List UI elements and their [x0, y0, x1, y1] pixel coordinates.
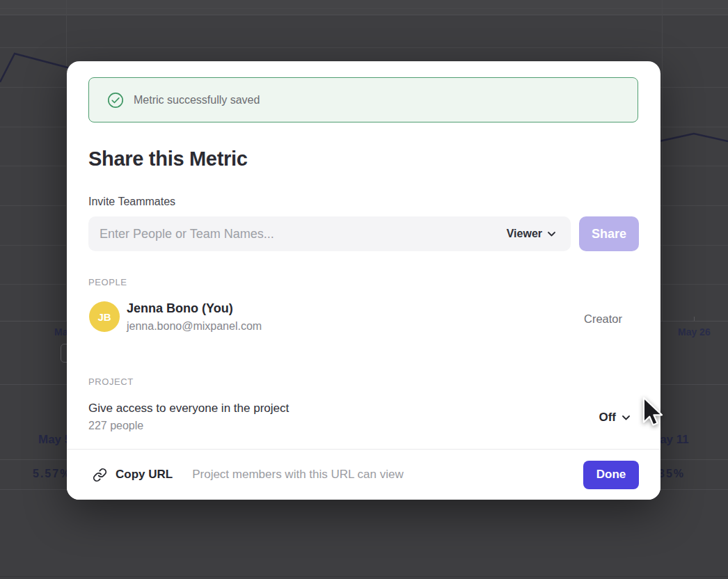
- toast-message: Metric successfully saved: [134, 94, 260, 106]
- table-value-left: 5.57%: [33, 468, 71, 480]
- invite-teammates-label: Invite Teammates: [88, 196, 175, 208]
- project-people-count: 227 people: [88, 420, 143, 432]
- member-role: Creator: [584, 312, 622, 326]
- member-row: JB Jenna Bono (You) jenna.bono@mixpanel.…: [89, 301, 639, 336]
- invite-people-input[interactable]: [88, 216, 507, 251]
- project-access-value: Off: [599, 411, 616, 425]
- check-circle-icon: [107, 92, 124, 109]
- screen: May May 26 May 5 May 11 5.57% 35% Metric…: [0, 0, 728, 579]
- done-button[interactable]: Done: [583, 461, 639, 489]
- invite-input-container: Viewer: [88, 216, 571, 251]
- mouse-cursor: [642, 397, 665, 430]
- invite-row: Viewer Share: [88, 216, 639, 251]
- x-axis-label-right: May 26: [678, 326, 711, 338]
- copy-url-button[interactable]: Copy URL: [116, 468, 173, 482]
- project-access-dropdown[interactable]: Off: [599, 409, 630, 426]
- link-icon: [93, 468, 107, 482]
- dialog-title: Share this Metric: [88, 148, 248, 170]
- project-section-label: PROJECT: [88, 376, 134, 387]
- member-name: Jenna Bono (You): [127, 301, 233, 316]
- role-dropdown[interactable]: Viewer: [507, 228, 571, 240]
- share-button[interactable]: Share: [579, 216, 639, 251]
- role-dropdown-value: Viewer: [507, 228, 542, 240]
- people-section-label: PEOPLE: [88, 277, 127, 287]
- chevron-down-icon: [622, 415, 630, 420]
- chevron-down-icon: [548, 232, 555, 237]
- share-metric-dialog: Metric successfully saved Share this Met…: [67, 61, 660, 500]
- success-toast: Metric successfully saved: [88, 77, 638, 122]
- project-access-title: Give access to everyone in the project: [88, 402, 289, 415]
- url-permission-hint: Project members with this URL can view: [192, 468, 404, 482]
- avatar: JB: [89, 301, 120, 332]
- table-value-right: 35%: [658, 468, 685, 480]
- member-email: jenna.bono@mixpanel.com: [127, 320, 262, 333]
- dialog-footer: Copy URL Project members with this URL c…: [67, 449, 660, 500]
